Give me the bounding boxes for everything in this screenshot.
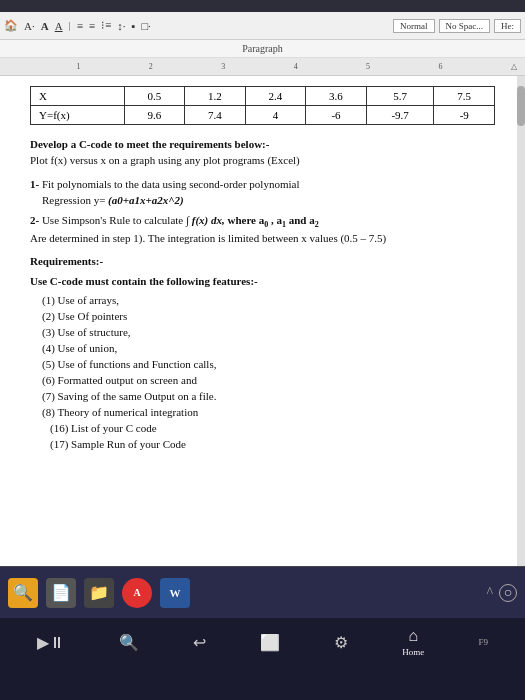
spacing-icon: ↕· — [117, 20, 125, 32]
section2-cont: Are determined in step 1). The integrati… — [30, 232, 386, 244]
regression-label: Regression y= (a0+a1x+a2x^2) — [30, 194, 184, 206]
format-icon: A· — [24, 20, 35, 32]
ribbon-right: Normal No Spac... He: — [393, 19, 521, 33]
nav-settings[interactable]: ⚙ — [334, 633, 348, 652]
table-cell-y3: 4 — [245, 106, 306, 125]
underline-icon: A — [55, 20, 63, 32]
scroll-indicator[interactable] — [517, 76, 525, 566]
border-icon: □· — [141, 20, 150, 32]
integral-text: ∫ f(x) dx, — [186, 214, 225, 226]
taskbar: 🔍 📄 📁 A W ^ ○ — [0, 566, 525, 618]
up-arrow-icon: ^ — [486, 585, 493, 601]
table-row-2: Y=f(x) 9.6 7.4 4 -6 -9.7 -9 — [31, 106, 495, 125]
table-row-1: X 0.5 1.2 2.4 3.6 5.7 7.5 — [31, 87, 495, 106]
integral-comma: , a — [271, 214, 282, 226]
list-icon: ≡ — [77, 20, 83, 32]
scroll-thumb[interactable] — [517, 86, 525, 126]
section-2: 2- Use Simpson's Rule to calculate ∫ f(x… — [30, 213, 495, 247]
ruler-mark-3: 3 — [221, 62, 225, 71]
nav-back[interactable]: ↩ — [193, 633, 206, 652]
paragraph-label: Paragraph — [242, 43, 283, 54]
ruler-mark-end: △ — [511, 62, 517, 71]
nav-square[interactable]: ⬜ — [260, 633, 280, 652]
integral-sub0: 0 — [264, 220, 268, 229]
heading-style-btn[interactable]: He: — [494, 19, 521, 33]
integral-sub1: 1 — [282, 220, 286, 229]
features-section: Use C-code must contain the following fe… — [30, 274, 495, 452]
align-icon: ≡ — [89, 20, 95, 32]
feature-4: (4) Use of union, — [30, 341, 495, 357]
main-para1: Plot f(x) versus x on a graph using any … — [30, 153, 495, 169]
ruler-mark-2: 2 — [149, 62, 153, 71]
document-content: Develop a C-code to meet the requirement… — [30, 137, 495, 453]
main-heading-para: Develop a C-code to meet the requirement… — [30, 137, 495, 169]
back-icon: ↩ — [193, 633, 206, 652]
table-cell-y5: -9.7 — [366, 106, 434, 125]
taskbar-icon-pdf[interactable]: A — [122, 578, 152, 608]
home-nav-icon: ⌂ — [409, 627, 419, 645]
taskbar-right: ^ ○ — [486, 584, 517, 602]
regression-label-text: Regression y= — [42, 194, 108, 206]
nav-search[interactable]: 🔍 — [119, 633, 139, 652]
nav-home[interactable]: ⌂ Home — [402, 627, 424, 657]
top-strip — [0, 0, 525, 12]
table-cell-y6: -9 — [434, 106, 495, 125]
regression-formula: (a0+a1x+a2x^2) — [108, 194, 184, 206]
feature-3: (3) Use of structure, — [30, 325, 495, 341]
normal-style-btn[interactable]: Normal — [393, 19, 435, 33]
integral-sub2: 2 — [315, 220, 319, 229]
feature-8: (8) Theory of numerical integration — [30, 405, 495, 421]
taskbar-icon-word[interactable]: W — [160, 578, 190, 608]
circle-icon: ○ — [499, 584, 517, 602]
table-cell-x-label: X — [31, 87, 125, 106]
home-label: Home — [402, 647, 424, 657]
bold-icon: A — [41, 20, 49, 32]
taskbar-icon-files[interactable]: 📄 — [46, 578, 76, 608]
feature-7: (7) Saving of the same Output on a file. — [30, 389, 495, 405]
table-cell-x1: 0.5 — [124, 87, 185, 106]
table-cell-y4: -6 — [306, 106, 367, 125]
ruler-marks: 1 2 3 4 5 6 △ — [8, 62, 517, 71]
feature-5: (5) Use of functions and Function calls, — [30, 357, 495, 373]
section-1: 1- Fit polynomials to the data using sec… — [30, 177, 495, 209]
table-cell-y2: 7.4 — [185, 106, 246, 125]
feature-2: (2) Use Of pointers — [30, 309, 495, 325]
nav-bar: ▶⏸ 🔍 ↩ ⬜ ⚙ ⌂ Home F9 — [0, 618, 525, 666]
table-cell-y-label: Y=f(x) — [31, 106, 125, 125]
ruler-mark-6: 6 — [439, 62, 443, 71]
data-table: X 0.5 1.2 2.4 3.6 5.7 7.5 Y=f(x) 9.6 7.4… — [30, 86, 495, 125]
para-bar: Paragraph — [0, 40, 525, 58]
taskbar-icon-media[interactable]: 📁 — [84, 578, 114, 608]
ruler: 1 2 3 4 5 6 △ — [0, 58, 525, 76]
table-cell-x3: 2.4 — [245, 87, 306, 106]
nav-play-pause[interactable]: ▶⏸ — [37, 633, 65, 652]
table-cell-x5: 5.7 — [366, 87, 434, 106]
shading-icon: ▪ — [132, 20, 136, 32]
home-icon: 🏠 — [4, 19, 18, 32]
table-cell-x4: 3.6 — [306, 87, 367, 106]
section1-number: 1- — [30, 178, 39, 190]
ribbon-left: 🏠 A· A A | ≡ ≡ ⁝≡ ↕· ▪ □· — [4, 19, 151, 32]
integral-and: and a — [289, 214, 315, 226]
main-heading: Develop a C-code to meet the requirement… — [30, 137, 495, 153]
section1-text: Fit polynomials to the data using second… — [42, 178, 300, 190]
no-spacing-style-btn[interactable]: No Spac... — [439, 19, 491, 33]
taskbar-icon-search[interactable]: 🔍 — [8, 578, 38, 608]
table-cell-y1: 9.6 — [124, 106, 185, 125]
square-icon: ⬜ — [260, 633, 280, 652]
search-icon: 🔍 — [119, 633, 139, 652]
separator: | — [69, 20, 71, 31]
features-title: Use C-code must contain the following fe… — [30, 274, 495, 290]
nav-f9[interactable]: F9 — [478, 637, 488, 647]
indent-icon: ⁝≡ — [101, 19, 111, 32]
section2-intro: Use Simpson's Rule to calculate — [42, 214, 186, 226]
feature-16: (16) List of your C code — [30, 421, 495, 437]
integral-where: where a — [227, 214, 264, 226]
table-cell-x2: 1.2 — [185, 87, 246, 106]
document-area[interactable]: X 0.5 1.2 2.4 3.6 5.7 7.5 Y=f(x) 9.6 7.4… — [0, 76, 525, 566]
table-cell-x6: 7.5 — [434, 87, 495, 106]
ruler-mark-4: 4 — [294, 62, 298, 71]
requirements-heading: Requirements:- — [30, 254, 495, 270]
feature-6: (6) Formatted output on screen and — [30, 373, 495, 389]
settings-icon: ⚙ — [334, 633, 348, 652]
